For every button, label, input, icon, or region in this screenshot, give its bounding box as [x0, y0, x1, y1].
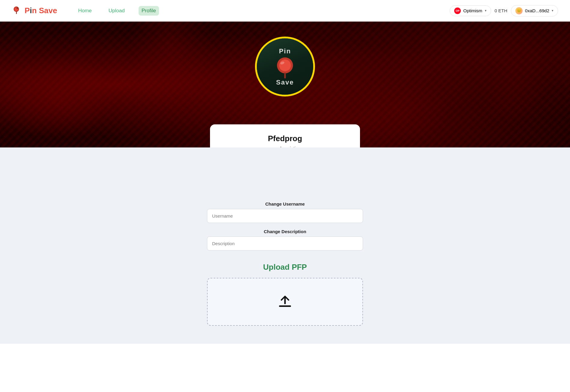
network-label: Optimism	[463, 8, 482, 13]
wallet-address: 0xaD...69d2	[525, 8, 549, 13]
avatar-inner: Pin Save	[257, 38, 313, 95]
svg-rect-10	[279, 305, 291, 307]
nav-profile[interactable]: Profile	[139, 6, 159, 16]
eth-balance: 0 ETH	[495, 8, 508, 13]
profile-description: new description	[228, 146, 342, 147]
optimism-icon: OP	[454, 7, 461, 14]
nav-upload[interactable]: Upload	[106, 6, 128, 16]
profile-avatar-ring: Pin Save	[255, 37, 315, 97]
description-label: Change Description	[207, 229, 363, 234]
network-chevron-icon: ▾	[485, 9, 487, 13]
logo[interactable]: Pin Save	[12, 5, 57, 16]
avatar-save-text: Save	[276, 79, 294, 86]
upload-drop-zone[interactable]	[207, 278, 363, 326]
wallet-chevron-icon: ▾	[552, 9, 554, 13]
svg-rect-7	[284, 73, 286, 79]
avatar-pin-text: Pin	[279, 47, 291, 55]
network-button[interactable]: OP Optimism ▾	[450, 5, 491, 16]
nav-home[interactable]: Home	[75, 6, 94, 16]
username-label: Change Username	[207, 201, 363, 206]
username-form-group: Change Username	[207, 201, 363, 223]
upload-pfp-title: Upload PFP	[263, 263, 307, 272]
navbar-right: OP Optimism ▾ 0 ETH 😊 0xaD...69d2 ▾	[450, 5, 558, 16]
wallet-button[interactable]: 😊 0xaD...69d2 ▾	[511, 5, 558, 16]
profile-avatar-container: Pin Save	[255, 37, 315, 97]
svg-point-2	[16, 7, 18, 9]
profile-card: Pfedprog new description Followers: 0 Fo…	[210, 124, 360, 147]
username-input[interactable]	[207, 209, 363, 223]
logo-text: Pin Save	[25, 6, 57, 15]
hero-banner: Pin Save Pfedprog new description	[0, 22, 570, 147]
svg-point-5	[279, 60, 291, 71]
description-input[interactable]	[207, 236, 363, 251]
avatar-pin-icon	[273, 56, 297, 80]
edit-section: Change Username Change Description Uploa…	[0, 147, 570, 344]
description-form-group: Change Description	[207, 229, 363, 251]
nav-links: Home Upload Profile	[75, 6, 450, 16]
navbar: Pin Save Home Upload Profile OP Optimism…	[0, 0, 570, 22]
wallet-avatar-icon: 😊	[515, 7, 523, 14]
svg-rect-3	[16, 11, 17, 14]
upload-icon	[277, 293, 293, 310]
profile-username: Pfedprog	[228, 134, 342, 143]
logo-icon	[12, 5, 23, 16]
